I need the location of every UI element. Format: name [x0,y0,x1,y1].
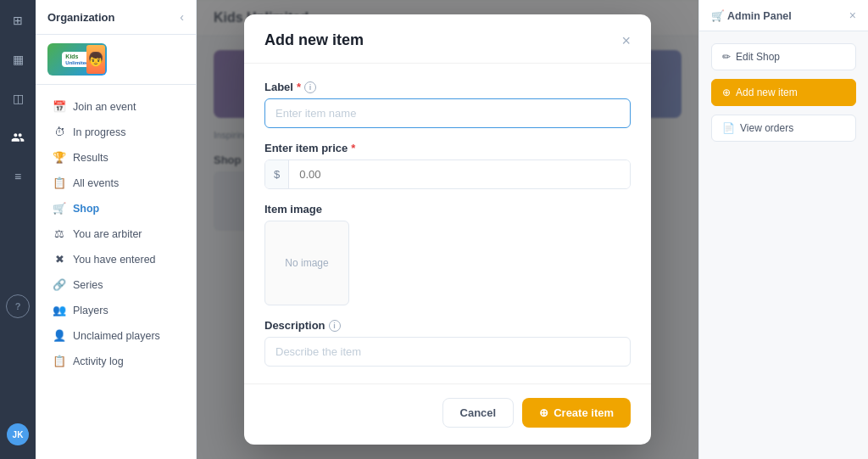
modal-body: Label* i Enter item price* $ [244,64,651,383]
sidebar-item-join-event[interactable]: 📅 Join an event [41,94,191,119]
layers-icon[interactable]: ◫ [6,87,30,110]
sidebar-item-results[interactable]: 🏆 Results [41,145,191,170]
sidebar-item-players[interactable]: 👥 Players [41,298,191,322]
sidebar-item-all-events[interactable]: 📋 All events [41,171,191,195]
price-field-label: Enter item price* [264,142,631,154]
sidebar-item-arbiter[interactable]: ⚖ You are arbiter [41,221,191,246]
modal-close-button[interactable]: × [621,33,631,48]
in-progress-icon: ⏱ [53,126,66,138]
sidebar-item-activity-log[interactable]: 📋 Activity log [41,349,191,373]
modal-footer: Cancel ⊕ Create item [244,383,651,445]
modal-title: Add new item [264,31,364,49]
right-panel: 🛒 Admin Panel × ✏ Edit Shop ⊕ Add new it… [698,0,868,459]
right-panel-header: 🛒 Admin Panel × [699,0,868,31]
label-field-label: Label* i [264,81,631,93]
modal-overlay[interactable]: Add new item × Label* i Enter item price… [197,0,698,459]
calendar-icon[interactable]: ▦ [6,48,30,71]
sidebar-item-series[interactable]: 🔗 Series [41,272,191,297]
view-orders-button[interactable]: 📄 View orders [711,115,856,142]
edit-shop-button[interactable]: ✏ Edit Shop [711,43,856,70]
series-icon: 🔗 [53,278,66,291]
activity-log-icon: 📋 [53,355,66,367]
right-panel-actions: ✏ Edit Shop ⊕ Add new item 📄 View orders [699,31,868,154]
description-input[interactable] [264,337,631,367]
avatar[interactable]: JK [7,423,29,445]
right-panel-close-button[interactable]: × [849,8,856,22]
image-field-label: Item image [264,203,631,216]
all-events-icon: 📋 [53,176,66,189]
price-input-wrapper: $ [264,160,631,189]
sidebar-org-title: Organization [47,11,114,24]
sidebar-item-in-progress[interactable]: ⏱ In progress [41,120,191,144]
arbiter-icon: ⚖ [53,227,66,240]
add-item-modal: Add new item × Label* i Enter item price… [244,14,651,445]
players-icon: 👥 [53,304,66,316]
image-upload-area[interactable]: No image [264,221,349,305]
sidebar-collapse-icon[interactable]: ‹ [180,10,184,24]
sidebar-item-unclaimed-players[interactable]: 👤 Unclaimed players [41,323,191,348]
edit-icon: ✏ [722,51,731,63]
label-info-icon: i [304,81,316,93]
menu-icon[interactable]: ≡ [6,165,30,188]
label-form-group: Label* i [264,81,631,128]
right-panel-title: 🛒 Admin Panel [711,9,792,22]
price-form-group: Enter item price* $ [264,142,631,189]
question-icon[interactable]: ? [6,294,30,318]
sidebar: Organization ‹ Kids Unlimited 👦 📅 Join a… [36,0,197,459]
users-icon[interactable] [6,126,30,149]
sidebar-nav: 📅 Join an event ⏱ In progress 🏆 Results … [36,85,196,459]
main-area: Kids Unlimited Inspiring the next genera… [197,0,698,459]
cancel-button[interactable]: Cancel [442,398,515,428]
shop-icon: 🛒 [53,202,66,215]
grid-icon[interactable]: ⊞ [6,8,30,32]
modal-header: Add new item × [244,14,651,64]
sidebar-item-entered[interactable]: ✖ You have entered [41,247,191,271]
item-name-input[interactable] [264,98,631,128]
unclaimed-icon: 👤 [53,329,66,342]
orders-icon: 📄 [722,122,735,134]
entered-icon: ✖ [53,253,66,266]
description-field-label: Description i [264,319,631,332]
price-prefix: $ [265,160,289,188]
sidebar-logo: Kids Unlimited 👦 [47,43,107,76]
sidebar-item-shop[interactable]: 🛒 Shop [41,196,191,221]
image-form-group: Item image No image [264,203,631,305]
create-item-button[interactable]: ⊕ Create item [522,398,631,428]
price-input[interactable] [289,160,630,188]
icon-bar: ⊞ ▦ ◫ ≡ ? JK [0,0,36,459]
no-image-text: No image [285,257,328,269]
description-info-icon: i [329,320,341,332]
add-new-item-button[interactable]: ⊕ Add new item [711,79,856,106]
sidebar-header: Organization ‹ [36,0,196,35]
description-form-group: Description i [264,319,631,367]
join-event-icon: 📅 [53,100,66,113]
plus-icon: ⊕ [722,87,731,98]
create-icon: ⊕ [539,406,548,419]
results-icon: 🏆 [53,151,66,164]
